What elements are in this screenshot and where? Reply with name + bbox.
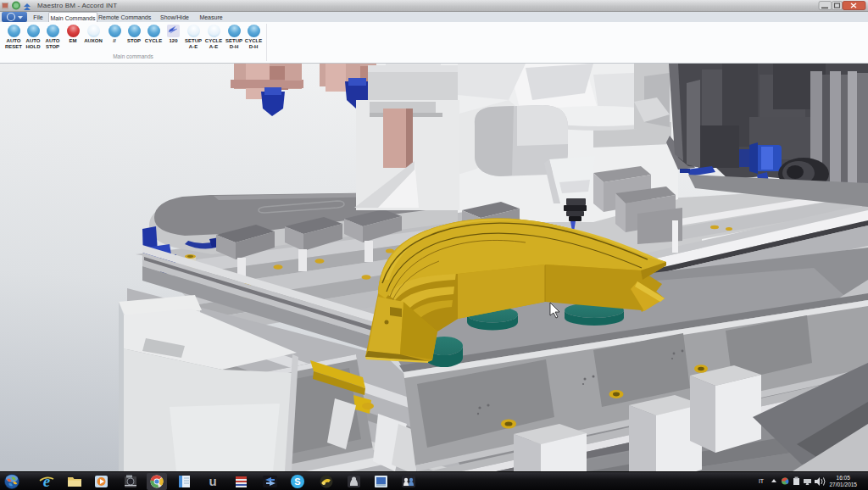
svg-text:u: u <box>209 474 216 488</box>
svg-text:S: S <box>294 476 300 487</box>
svg-text:e: e <box>43 473 51 490</box>
svg-text:IT: IT <box>759 478 765 484</box>
